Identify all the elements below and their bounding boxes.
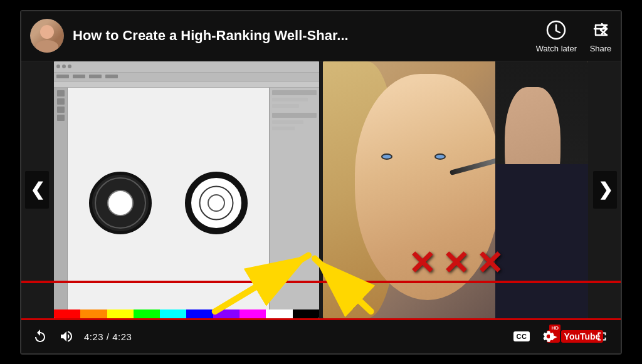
replay-icon	[33, 329, 48, 344]
x-mark-2: ✕	[442, 247, 470, 279]
share-label: Share	[590, 44, 612, 53]
replay-button[interactable]	[31, 328, 49, 345]
gear-icon	[542, 330, 555, 343]
volume-icon	[59, 329, 74, 344]
watch-later-button[interactable]: Watch later	[536, 19, 577, 53]
avatar[interactable]	[30, 19, 64, 53]
cc-badge: CC	[513, 331, 530, 341]
video-area: ❮	[21, 61, 621, 318]
video-player: How to Create a High-Ranking Well-Shar..…	[20, 10, 622, 355]
x-marks: ✕ ✕ ✕	[408, 247, 503, 279]
cc-button[interactable]: CC	[513, 328, 530, 345]
watch-later-label: Watch later	[536, 44, 577, 53]
share-icon	[589, 19, 612, 41]
controls-bar: 4:23 / 4:23 CC HD ▶YouTube	[21, 318, 621, 353]
time-display: 4:23 / 4:23	[84, 331, 132, 342]
fullscreen-icon	[595, 330, 609, 343]
fullscreen-button[interactable]	[593, 328, 611, 345]
top-bar: How to Create a High-Ranking Well-Shar..…	[21, 11, 621, 61]
volume-button[interactable]	[58, 328, 75, 345]
video-title: How to Create a High-Ranking Well-Shar..…	[73, 28, 524, 44]
hd-badge: HD	[549, 325, 560, 331]
youtube-logo[interactable]: ▶YouTube	[567, 328, 584, 345]
next-arrow[interactable]: ❯	[593, 171, 617, 209]
settings-button[interactable]: HD	[539, 327, 558, 346]
svg-line-2	[556, 31, 560, 33]
thumbnail-left[interactable]	[54, 61, 319, 318]
share-button[interactable]: Share	[589, 19, 612, 53]
top-actions: Watch later Share	[536, 19, 612, 53]
thumbnail-right[interactable]: ✕ ✕ ✕	[323, 61, 588, 318]
x-mark-1: ✕	[408, 247, 436, 279]
x-mark-3: ✕	[476, 247, 503, 279]
thumbnails-row: ✕ ✕ ✕	[21, 61, 621, 318]
prev-arrow[interactable]: ❮	[25, 171, 49, 209]
clock-icon	[545, 19, 567, 41]
progress-bar-fill	[21, 281, 621, 283]
progress-bar-container[interactable]	[21, 281, 621, 283]
